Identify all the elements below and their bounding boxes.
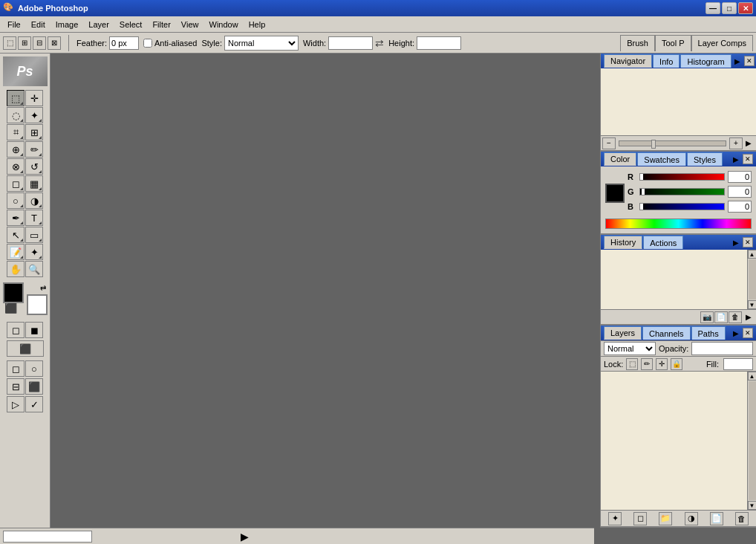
blend-mode-select[interactable]: Normal Dissolve Multiply Screen — [604, 342, 656, 355]
tab-layers[interactable]: Layers — [604, 326, 642, 340]
opacity-input[interactable] — [691, 342, 753, 355]
layer-new-btn[interactable]: 📄 — [710, 512, 723, 525]
menu-layer[interactable]: Layer — [84, 19, 114, 30]
nav-panel-arrow[interactable]: ▶ — [743, 139, 755, 147]
tab-info[interactable]: Info — [653, 54, 680, 68]
tab-channels[interactable]: Channels — [642, 326, 690, 340]
extra-tool-5[interactable]: ▷ — [7, 396, 25, 412]
layers-scroll-down[interactable]: ▼ — [748, 501, 757, 510]
menu-filter[interactable]: Filter — [148, 19, 175, 30]
history-scroll-down[interactable]: ▼ — [748, 300, 757, 309]
layers-close-btn[interactable]: ✕ — [743, 328, 753, 338]
layers-scroll-track[interactable] — [749, 381, 756, 500]
eyedropper-tool[interactable]: ✦ — [25, 244, 43, 260]
healing-tool[interactable]: ⊕ — [7, 141, 25, 158]
tab-history[interactable]: History — [604, 236, 642, 249]
menu-view[interactable]: View — [177, 19, 203, 30]
g-value-input[interactable]: 0 — [728, 186, 752, 198]
lock-paint-btn[interactable]: ✏ — [641, 358, 653, 370]
antialias-checkbox[interactable] — [143, 39, 152, 48]
lock-all-btn[interactable]: 🔒 — [671, 358, 682, 370]
height-input[interactable] — [417, 36, 461, 50]
history-scroll-track[interactable] — [749, 259, 756, 299]
close-button[interactable]: ✕ — [738, 2, 753, 14]
type-tool[interactable]: T — [25, 210, 43, 226]
extra-tool-1[interactable]: ◻ — [7, 360, 25, 377]
extra-tool-4[interactable]: ⬛ — [25, 378, 43, 395]
nav-zoom-slider[interactable] — [619, 140, 726, 146]
zoom-tool[interactable]: 🔍 — [25, 261, 43, 277]
g-slider-thumb[interactable] — [642, 189, 645, 195]
layer-group-btn[interactable]: 📁 — [659, 512, 672, 525]
r-slider-thumb[interactable] — [640, 174, 643, 180]
status-arrow[interactable]: ▶ — [241, 531, 249, 543]
extra-tool-6[interactable]: ✓ — [25, 396, 43, 412]
navigator-close-btn[interactable]: ✕ — [744, 56, 755, 66]
menu-file[interactable]: File — [3, 19, 25, 30]
history-options-arrow[interactable]: ▶ — [730, 239, 742, 247]
brush-tool[interactable]: ✏ — [25, 141, 43, 158]
clone-tool[interactable]: ⊗ — [7, 158, 25, 175]
lock-transparent-btn[interactable]: ⬚ — [626, 358, 638, 370]
layers-options-arrow[interactable]: ▶ — [730, 329, 742, 337]
b-slider-container[interactable] — [639, 203, 725, 210]
color-main-swatch[interactable] — [605, 184, 625, 203]
menu-image[interactable]: Image — [51, 19, 83, 30]
blur-tool[interactable]: ○ — [7, 192, 25, 209]
history-brush-tool[interactable]: ↺ — [25, 158, 43, 175]
menu-window[interactable]: Window — [205, 19, 243, 30]
swap-button[interactable]: ⇄ — [375, 37, 384, 49]
gradient-tool[interactable]: ▦ — [25, 175, 43, 192]
minimize-button[interactable]: — — [706, 2, 720, 14]
history-scroll-up[interactable]: ▲ — [748, 250, 757, 259]
nav-zoom-in-btn[interactable]: + — [729, 137, 743, 149]
crop-tool[interactable]: ⌗ — [7, 124, 25, 140]
history-panel-arrow[interactable]: ▶ — [743, 313, 755, 321]
marquee-tool[interactable]: ⬚ — [7, 90, 25, 106]
tool-presets-tab[interactable]: Tool P — [655, 35, 691, 51]
dodge-tool[interactable]: ◑ — [25, 192, 43, 209]
history-delete-btn[interactable]: 🗑 — [729, 311, 742, 323]
tab-histogram[interactable]: Histogram — [680, 54, 731, 68]
history-new-doc-btn[interactable]: 📄 — [714, 311, 728, 323]
nav-zoom-out-btn[interactable]: − — [602, 137, 616, 149]
layer-adjust-btn[interactable]: ◑ — [685, 512, 698, 525]
tab-styles[interactable]: Styles — [687, 152, 723, 166]
pen-tool[interactable]: ✒ — [7, 210, 25, 226]
add-selection-btn[interactable]: ⊞ — [18, 36, 31, 50]
screen-mode-btn[interactable]: ⬛ — [7, 340, 44, 357]
slice-tool[interactable]: ⊞ — [25, 124, 43, 140]
menu-edit[interactable]: Edit — [27, 19, 50, 30]
history-close-btn[interactable]: ✕ — [743, 237, 753, 247]
brush-presets-tab[interactable]: Brush — [620, 35, 655, 51]
new-selection-btn[interactable]: ⬚ — [3, 36, 16, 50]
menu-select[interactable]: Select — [115, 19, 147, 30]
layer-mask-btn[interactable]: ◻ — [633, 512, 647, 525]
intersect-selection-btn[interactable]: ⊠ — [48, 36, 61, 50]
style-select[interactable]: Normal Fixed Aspect Ratio Fixed Size — [224, 36, 299, 51]
layer-comps-tab[interactable]: Layer Comps — [691, 35, 753, 51]
g-slider-container[interactable] — [639, 188, 725, 195]
maximize-button[interactable]: □ — [722, 2, 737, 14]
shape-tool[interactable]: ▭ — [25, 227, 43, 243]
color-close-btn[interactable]: ✕ — [743, 154, 753, 164]
path-select-tool[interactable]: ↖ — [7, 227, 25, 243]
navigator-options-arrow[interactable]: ▶ — [731, 57, 743, 65]
tab-actions[interactable]: Actions — [643, 236, 683, 249]
r-slider-container[interactable] — [639, 173, 725, 181]
lasso-tool[interactable]: ◌ — [7, 107, 25, 123]
color-spectrum[interactable] — [605, 218, 752, 229]
history-snapshot-btn[interactable]: 📷 — [700, 311, 714, 323]
swap-colors-btn[interactable]: ⇄ — [40, 284, 46, 292]
color-options-arrow[interactable]: ▶ — [730, 155, 742, 163]
tab-paths[interactable]: Paths — [691, 326, 726, 340]
background-color-swatch[interactable] — [27, 294, 48, 315]
menu-help[interactable]: Help — [244, 19, 270, 30]
quick-mask-btn[interactable]: ◼ — [25, 322, 43, 338]
foreground-color-swatch[interactable] — [3, 282, 24, 303]
eraser-tool[interactable]: ◻ — [7, 175, 25, 192]
fill-input[interactable] — [723, 358, 753, 370]
layer-delete-btn[interactable]: 🗑 — [735, 512, 749, 525]
tab-color[interactable]: Color — [604, 152, 636, 166]
standard-mode-btn[interactable]: ◻ — [7, 322, 25, 338]
